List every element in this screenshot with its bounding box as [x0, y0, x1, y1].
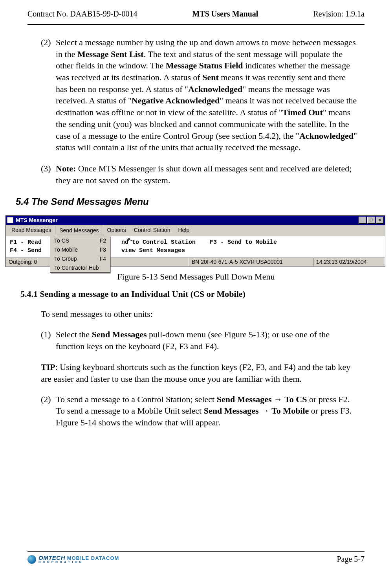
main-area: F1 - Read F4 - Send ↖ To CS F2 To Mobile… [6, 236, 385, 257]
list-item-1: (1) Select the Send Messages pull-down m… [34, 329, 358, 352]
header-right: Revision: 1.9.1a [313, 9, 365, 18]
dropdown-key: F4 [100, 255, 106, 263]
text: To send a message to a Control Station; … [56, 394, 217, 404]
text: Once MTS Messenger is shut down all mess… [56, 164, 352, 185]
app-icon [7, 217, 13, 223]
dropdown-label: To Contractor Hub [54, 264, 99, 272]
logo-corporation: CORPORATION [38, 561, 119, 564]
dropdown-key: F2 [100, 237, 106, 245]
list-item-2b: (2) To send a message to a Control Stati… [34, 394, 358, 429]
term-note: Note: [56, 164, 76, 173]
term-send-messages-path: Send Messages → To CS [217, 394, 307, 404]
dropdown-label: To CS [54, 237, 69, 245]
term-timed-out: Timed Out [282, 107, 323, 117]
page-number: Page 5-7 [337, 555, 365, 564]
item-body: Note: Once MTS Messenger is shut down al… [56, 163, 358, 186]
status-spacer [97, 258, 189, 267]
dropdown-item-to-cs[interactable]: To CS F2 [50, 236, 110, 245]
maximize-button[interactable]: □ [367, 217, 375, 224]
dropdown-item-to-group[interactable]: To Group F4 [50, 254, 110, 263]
subsection-heading-5-4-1: 5.4.1 Sending a message to an Individual… [20, 288, 358, 300]
logo-brand: OMTECH [38, 554, 65, 561]
dropdown-item-to-mobile[interactable]: To Mobile F3 [50, 245, 110, 254]
header-left: Contract No. DAAB15-99-D-0014 [27, 9, 137, 18]
menu-options[interactable]: Options [103, 226, 130, 235]
item-body: To send a message to a Control Station; … [56, 394, 358, 429]
item-body: Select the Send Messages pull-down menu … [56, 329, 358, 352]
dropdown-item-to-contractor-hub[interactable]: To Contractor Hub [50, 263, 110, 272]
window-titlebar: MTS Messenger _ □ × [6, 216, 385, 225]
header-center: MTS Users Manual [192, 9, 258, 18]
menubar: Read Messages Send Messages Options Cont… [6, 225, 385, 237]
page-header: Contract No. DAAB15-99-D-0014 MTS Users … [0, 0, 392, 22]
comtech-logo: OMTECH MOBILE DATACOM CORPORATION [27, 555, 119, 564]
window-controls: _ □ × [359, 217, 384, 224]
term-send-messages-path-2: Send Messages → To Mobile [204, 406, 309, 416]
content-area: (2) Select a message number by using the… [0, 25, 392, 429]
tip-paragraph: TIP: Using keyboard shortcuts such as th… [41, 361, 358, 385]
section-heading-5-4: 5.4 The Send Messages Menu [16, 195, 358, 208]
term-negative-acknowledged: Negative Acknowledged [132, 96, 220, 105]
item-number: (2) [34, 394, 56, 429]
menu-read-messages[interactable]: Read Messages [7, 226, 55, 235]
menu-send-messages[interactable]: Send Messages [55, 226, 103, 235]
menu-control-station[interactable]: Control Station [130, 226, 174, 235]
mts-messenger-window: MTS Messenger _ □ × Read Messages Send M… [5, 215, 385, 267]
minimize-button[interactable]: _ [359, 217, 366, 224]
send-messages-dropdown: ↖ To CS F2 To Mobile F3 To Group F4 To [50, 236, 110, 273]
footer-rule [27, 551, 365, 552]
item-number: (3) [34, 163, 56, 186]
close-button[interactable]: × [376, 217, 384, 224]
item-number: (1) [34, 329, 56, 352]
dropdown-label: To Group [54, 255, 77, 263]
status-unit-id: BN 20I-40-671-A-5 XCVR USA00001 [189, 258, 313, 267]
intro-paragraph: To send messages to other units: [41, 308, 358, 320]
term-send-messages: Send Messages [92, 329, 147, 339]
item-number: (2) [34, 37, 56, 153]
term-acknowledged-2: Acknowledged [299, 131, 354, 141]
item-body: Select a message number by using the up … [56, 37, 358, 153]
dropdown-key: F3 [100, 246, 106, 254]
list-item-3: (3) Note: Once MTS Messenger is shut dow… [34, 163, 358, 186]
term-message-status-field: Message Status Field [166, 61, 243, 70]
menu-help[interactable]: Help [174, 226, 193, 235]
dropdown-label: To Mobile [54, 246, 78, 254]
window-title: MTS Messenger [16, 217, 58, 224]
status-timestamp: 14:23:13 02/19/2004 [313, 258, 385, 267]
globe-icon [27, 555, 36, 564]
text: : Using keyboard shortcuts such as the f… [41, 362, 350, 384]
figure-5-13: MTS Messenger _ □ × Read Messages Send M… [5, 215, 387, 283]
text: Select the [56, 329, 92, 339]
term-acknowledged: Acknowledged [188, 84, 242, 94]
list-item-2: (2) Select a message number by using the… [34, 37, 358, 153]
page-footer: OMTECH MOBILE DATACOM CORPORATION Page 5… [27, 551, 365, 564]
term-message-sent-list: Message Sent List [77, 49, 144, 59]
term-sent: Sent [202, 72, 219, 82]
term-tip: TIP [41, 362, 55, 372]
